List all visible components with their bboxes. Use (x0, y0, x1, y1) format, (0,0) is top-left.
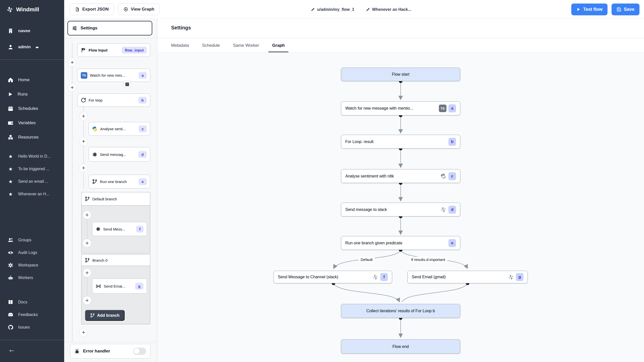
sidebar-item-audit-logs[interactable]: Audit Logs (0, 247, 64, 258)
node-label: Send message to slack (345, 207, 387, 212)
graph-node-flow-end[interactable]: Flow end (341, 339, 460, 354)
play-icon (8, 92, 13, 97)
save-label: Save (624, 7, 634, 12)
add-step-button[interactable]: + (83, 239, 91, 247)
step-for-loop-node[interactable]: For loop b (77, 94, 150, 107)
tab-metadata[interactable]: Metadata (171, 38, 189, 52)
sidebar-item-resources[interactable]: Resources (0, 132, 64, 143)
error-handler-toggle[interactable] (133, 348, 146, 355)
step-send-mess-node[interactable]: Send Mess... f (92, 222, 147, 236)
wallet-icon (8, 120, 14, 126)
tab-graph[interactable]: Graph (272, 38, 285, 52)
tab-schedule[interactable]: Schedule (202, 38, 220, 52)
typescript-icon: TS (439, 105, 446, 112)
export-json-button[interactable]: Export JSON (70, 4, 114, 15)
step-label: Run one branch (100, 179, 127, 184)
flow-input-node[interactable]: Flow Input flow_input (77, 43, 150, 57)
file-export-icon (75, 7, 80, 12)
sidebar-item-label: Schedules (18, 106, 38, 111)
default-branch-header[interactable]: Default branch (81, 192, 150, 206)
sidebar-item-docs[interactable]: Docs (0, 297, 64, 308)
slack-icon (96, 227, 101, 232)
step-watch-node[interactable]: TS Watch for new mes... a (77, 69, 150, 82)
graph-node-watch[interactable]: Watch for new message with mentio... TS … (341, 101, 460, 115)
drag-handle[interactable] (123, 80, 131, 88)
branch-0-body: + Send Emai... g + Add branch (81, 266, 150, 324)
favorite-item-3[interactable]: ★ Send an email ... (0, 176, 64, 187)
tab-label: Schedule (202, 43, 220, 48)
graph-node-branch-slack[interactable]: Send Message to Channel (slack) f (274, 271, 392, 283)
save-icon (617, 7, 621, 12)
add-step-button[interactable]: + (79, 137, 88, 146)
graph-node-for-loop[interactable]: For Loop: result b (341, 135, 460, 149)
graph-node-analyse[interactable]: Analyse sentiment with nltk c (341, 169, 460, 183)
test-flow-label: Test flow (583, 7, 602, 12)
star-icon: ★ (8, 166, 14, 172)
sidebar-item-label: Groups (18, 238, 31, 242)
add-step-button[interactable]: + (79, 164, 88, 172)
favorite-item-1[interactable]: ★ Hello World in D... (0, 151, 64, 162)
tab-label: Graph (272, 43, 285, 48)
user-menu[interactable]: admin (0, 42, 64, 52)
flow-path-edit[interactable]: u/admin/my_flow_1 (311, 7, 354, 12)
favorite-item-4[interactable]: ★ Whenever an H... (0, 189, 64, 200)
edge-label-predicate: If results.d.important (409, 257, 447, 262)
add-step-button[interactable]: + (68, 83, 77, 92)
favorite-label: Send an email ... (18, 179, 48, 184)
sidebar-item-workers[interactable]: Workers (0, 272, 64, 283)
flow-name-edit[interactable]: Whenever an Hack... (366, 7, 411, 12)
add-branch-button[interactable]: Add branch (85, 310, 125, 321)
graph-node-flow-start[interactable]: Flow start (341, 68, 460, 81)
sidebar-item-workspace[interactable]: Workspace (0, 260, 64, 271)
step-run-one-branch-node[interactable]: Run one branch e (89, 175, 150, 189)
graph-node-send-slack[interactable]: Send message to slack d (341, 203, 460, 216)
favorite-item-2[interactable]: ★ To be triggered ... (0, 163, 64, 174)
save-button[interactable]: Save (612, 4, 639, 15)
edge-label-default: Default (359, 257, 375, 262)
tab-same-worker[interactable]: Same Worker (233, 38, 259, 52)
sidebar-item-variables[interactable]: Variables (0, 117, 64, 128)
sidebar-item-label: Feedbacks (18, 312, 38, 317)
sidebar-item-groups[interactable]: Groups (0, 235, 64, 246)
branch-0-header[interactable]: Branch 0 (81, 254, 150, 266)
workspace-switcher[interactable]: navee (0, 26, 64, 36)
test-flow-button[interactable]: Test flow (571, 4, 608, 15)
breadcrumb: u/admin/my_flow_1 Whenever an Hack... (311, 0, 411, 19)
step-analyse-node[interactable]: Analyse senti... c (89, 122, 150, 136)
flow-settings-button[interactable]: Settings (67, 21, 152, 35)
add-step-button[interactable]: + (83, 211, 91, 219)
add-step-button[interactable]: + (83, 296, 91, 305)
collapse-sidebar-button[interactable]: ← (0, 346, 64, 354)
sidebar-item-label: Variables (18, 120, 36, 125)
add-step-button[interactable]: + (83, 268, 91, 277)
eye-icon (8, 250, 14, 256)
github-icon (8, 324, 14, 330)
calendar-icon (8, 106, 14, 112)
branch-label: Default branch (92, 197, 117, 201)
sidebar-item-feedbacks[interactable]: Feedbacks (0, 309, 64, 320)
panel-divider (64, 38, 157, 38)
sidebar-item-issues[interactable]: Issues (0, 322, 64, 333)
graph-node-collect[interactable]: Collect iterations' results of For Loop … (341, 304, 460, 318)
sidebar-item-home[interactable]: Home (0, 74, 64, 85)
windmill-app: Windmill navee admin Home Runs Schedules… (0, 0, 644, 362)
view-graph-button[interactable]: View Graph (118, 4, 160, 15)
step-send-email-node[interactable]: Send Emai... g (92, 279, 147, 294)
sidebar-item-label: Workers (18, 276, 33, 280)
add-step-button[interactable]: + (79, 112, 88, 120)
default-branch-group: Default branch + Send Mess... f + (81, 192, 150, 253)
node-label: Send Message to Channel (slack) (278, 275, 338, 279)
step-send-message-node[interactable]: Send messag... d (89, 147, 150, 162)
add-step-button[interactable]: + (68, 58, 77, 67)
graph-node-run-one-branch[interactable]: Run one branch given predicate e (341, 236, 460, 250)
graph-node-branch-gmail[interactable]: Send Email (gmail) g (407, 271, 528, 283)
typescript-icon: TS (81, 72, 87, 79)
windmill-icon (440, 207, 446, 213)
play-icon (576, 7, 581, 12)
add-step-button[interactable]: + (79, 328, 88, 337)
sidebar-item-schedules[interactable]: Schedules (0, 103, 64, 114)
brand[interactable]: Windmill (0, 0, 64, 19)
flow-graph-canvas[interactable]: Default If results.d.important Flow star… (157, 53, 644, 362)
error-handler[interactable]: Error handler (70, 344, 150, 358)
sidebar-item-runs[interactable]: Runs (0, 89, 64, 100)
